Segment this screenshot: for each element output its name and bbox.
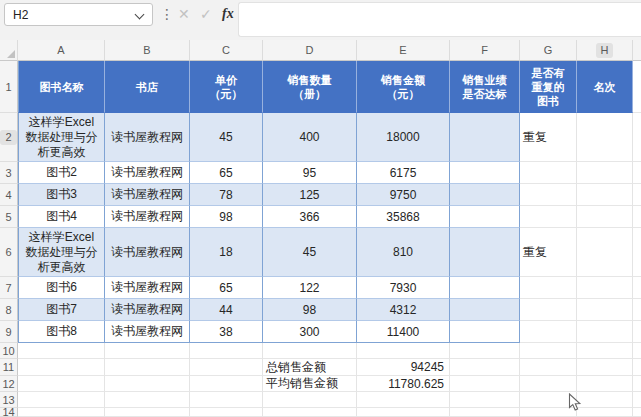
cell-E13[interactable] (357, 392, 450, 408)
column-header-d[interactable]: D (263, 40, 357, 61)
cell-I7[interactable] (633, 277, 641, 299)
cell-B8[interactable]: 读书屋教程网 (105, 299, 190, 321)
cell-A3[interactable]: 图书2 (18, 162, 105, 184)
cell-G5[interactable] (520, 206, 577, 228)
cell-G9[interactable] (520, 321, 577, 343)
cell-A9[interactable]: 图书8 (18, 321, 105, 343)
cell-G4[interactable] (520, 184, 577, 206)
column-header-e[interactable]: E (357, 40, 450, 61)
row-header-11[interactable]: 11 (0, 359, 18, 376)
cell-E4[interactable]: 9750 (357, 184, 450, 206)
cell-B4[interactable]: 读书屋教程网 (105, 184, 190, 206)
column-header-c[interactable]: C (190, 40, 263, 61)
cell-C1[interactable]: 单价 （元） (190, 61, 263, 113)
column-header-f[interactable]: F (450, 40, 520, 61)
cell-E5[interactable]: 35868 (357, 206, 450, 228)
cell-C12[interactable] (190, 376, 263, 392)
chevron-down-icon[interactable] (135, 10, 145, 20)
cell-A10[interactable] (18, 343, 105, 359)
cell-C2[interactable]: 45 (190, 113, 263, 162)
cell-F6[interactable] (450, 228, 520, 277)
cell-C8[interactable]: 44 (190, 299, 263, 321)
cell-A8[interactable]: 图书7 (18, 299, 105, 321)
cell-A6[interactable]: 这样学Excel数据处理与分析更高效 (18, 228, 105, 277)
cell-D4[interactable]: 125 (263, 184, 357, 206)
cell-F7[interactable] (450, 277, 520, 299)
cell-H6[interactable] (577, 228, 633, 277)
cell-F9[interactable] (450, 321, 520, 343)
cell-A4[interactable]: 图书3 (18, 184, 105, 206)
cell-E6[interactable]: 810 (357, 228, 450, 277)
column-header-a[interactable]: A (18, 40, 105, 61)
more-options-icon[interactable]: ⋮ (160, 7, 174, 21)
cell-E12[interactable]: 11780.625 (357, 376, 450, 392)
cell-G3[interactable] (520, 162, 577, 184)
cell-H7[interactable] (577, 277, 633, 299)
cell-H13[interactable] (577, 392, 633, 408)
cell-C14[interactable] (190, 408, 263, 417)
cell-C6[interactable]: 18 (190, 228, 263, 277)
cell-D6[interactable]: 45 (263, 228, 357, 277)
cell-I8[interactable] (633, 299, 641, 321)
cell-I10[interactable] (633, 343, 641, 359)
cell-B2[interactable]: 读书屋教程网 (105, 113, 190, 162)
cell-A1[interactable]: 图书名称 (18, 61, 105, 113)
cell-E10[interactable] (357, 343, 450, 359)
row-header-3[interactable]: 3 (0, 162, 18, 184)
cell-B10[interactable] (105, 343, 190, 359)
cell-F11[interactable] (450, 359, 520, 376)
cancel-icon[interactable]: ✕ (178, 7, 190, 21)
row-header-12[interactable]: 12 (0, 376, 18, 392)
row-header-5[interactable]: 5 (0, 206, 18, 228)
cell-F3[interactable] (450, 162, 520, 184)
cell-G7[interactable] (520, 277, 577, 299)
column-header-h[interactable]: H (577, 40, 633, 61)
cell-C10[interactable] (190, 343, 263, 359)
cell-D2[interactable]: 400 (263, 113, 357, 162)
cell-I2[interactable] (633, 113, 641, 162)
cell-C4[interactable]: 78 (190, 184, 263, 206)
cell-H2[interactable] (577, 113, 633, 162)
cell-E11[interactable]: 94245 (357, 359, 450, 376)
cell-G12[interactable] (520, 376, 577, 392)
cell-A11[interactable] (18, 359, 105, 376)
cell-D7[interactable]: 122 (263, 277, 357, 299)
cell-D12[interactable]: 平均销售金额 (263, 376, 357, 392)
cell-B13[interactable] (105, 392, 190, 408)
cell-I14[interactable] (633, 408, 641, 417)
cell-F14[interactable] (450, 408, 520, 417)
cell-I9[interactable] (633, 321, 641, 343)
cell-H14[interactable] (577, 408, 633, 417)
cell-F2[interactable] (450, 113, 520, 162)
cell-E14[interactable] (357, 408, 450, 417)
cell-H4[interactable] (577, 184, 633, 206)
row-header-7[interactable]: 7 (0, 277, 18, 299)
cell-C7[interactable]: 65 (190, 277, 263, 299)
cell-E2[interactable]: 18000 (357, 113, 450, 162)
row-header-2[interactable]: 2 (0, 113, 18, 162)
cell-D8[interactable]: 98 (263, 299, 357, 321)
cell-F1[interactable]: 销售业绩 是否达标 (450, 61, 520, 113)
cell-E1[interactable]: 销售金额 （元） (357, 61, 450, 113)
row-header-6[interactable]: 6 (0, 228, 18, 277)
cell-I6[interactable] (633, 228, 641, 277)
cell-E8[interactable]: 4312 (357, 299, 450, 321)
cell-H8[interactable] (577, 299, 633, 321)
cell-B9[interactable]: 读书屋教程网 (105, 321, 190, 343)
cell-D5[interactable]: 366 (263, 206, 357, 228)
cell-C5[interactable]: 98 (190, 206, 263, 228)
cell-D3[interactable]: 95 (263, 162, 357, 184)
cell-I1[interactable] (633, 61, 641, 113)
cell-A12[interactable] (18, 376, 105, 392)
row-header-10[interactable]: 10 (0, 343, 18, 359)
cell-G10[interactable] (520, 343, 577, 359)
cell-H11[interactable] (577, 359, 633, 376)
cell-A14[interactable] (18, 408, 105, 417)
cell-I4[interactable] (633, 184, 641, 206)
name-box[interactable]: H2 (4, 3, 153, 26)
row-header-14[interactable]: 14 (0, 408, 18, 417)
cell-G6[interactable]: 重复 (520, 228, 577, 277)
cell-B12[interactable] (105, 376, 190, 392)
cell-A2[interactable]: 这样学Excel数据处理与分析更高效 (18, 113, 105, 162)
column-header-b[interactable]: B (105, 40, 190, 61)
